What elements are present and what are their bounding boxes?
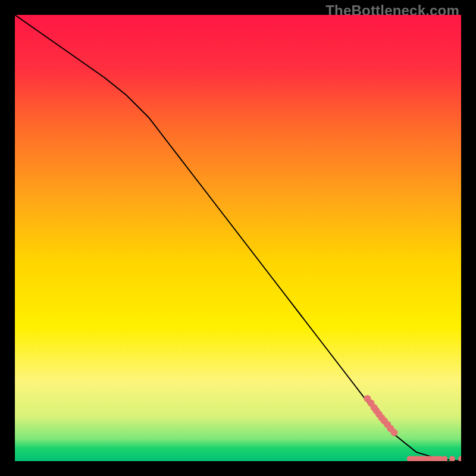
chart-plot: [15, 15, 461, 461]
chart-background: [15, 15, 461, 461]
data-point: [391, 429, 398, 436]
chart-frame: TheBottleneck.com: [0, 0, 476, 476]
